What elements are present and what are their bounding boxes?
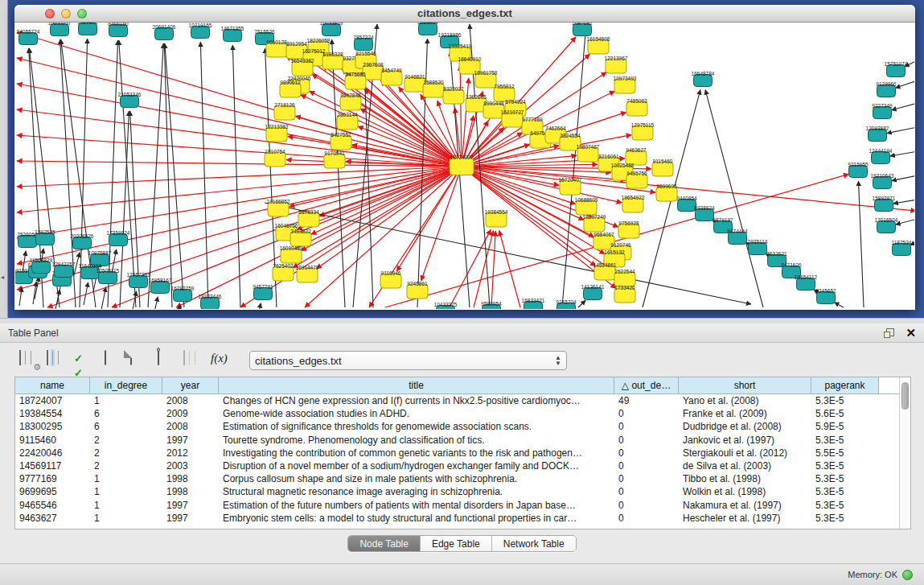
graph-edge[interactable]: [896, 219, 914, 225]
table-cell[interactable]: 9777169: [15, 472, 90, 485]
table-cell[interactable]: 18300295: [15, 420, 90, 433]
select-columns-icon[interactable]: ✓✓: [74, 351, 93, 370]
graph-node[interactable]: 10655257: [48, 23, 72, 36]
graph-node[interactable]: 10654112: [795, 274, 818, 290]
close-panel-icon[interactable]: ✕: [906, 327, 916, 339]
graph-edge[interactable]: [164, 43, 172, 307]
table-cell[interactable]: 1: [90, 499, 162, 512]
network-window-titlebar[interactable]: citations_edges.txt: [14, 5, 915, 23]
minimize-button[interactable]: [61, 9, 71, 19]
graph-node[interactable]: 8454749: [381, 68, 402, 86]
graph-node[interactable]: 16914479: [296, 265, 319, 283]
table-cell[interactable]: Estimation of the future numbers of pati…: [219, 499, 614, 512]
graph-node[interactable]: 9116946: [380, 270, 401, 289]
table-row[interactable]: 946362711997Embryonic stem cells: a mode…: [15, 512, 910, 525]
zoom-button[interactable]: [77, 9, 87, 19]
graph-edge[interactable]: [578, 300, 585, 307]
column-header-name[interactable]: name: [15, 377, 90, 393]
table-cell[interactable]: 2009: [162, 407, 219, 420]
graph-edge[interactable]: [858, 181, 864, 307]
graph-edge[interactable]: [165, 43, 184, 307]
graph-node[interactable]: 16543382: [291, 58, 314, 76]
table-cell[interactable]: Yano et al. (2008): [679, 394, 811, 407]
vertical-scrollbar[interactable]: [899, 377, 910, 529]
graph-node[interactable]: 16958167: [149, 278, 172, 294]
graph-node[interactable]: 1187534: [892, 240, 912, 256]
network-window[interactable]: citations_edges.txt 18724007240557241065…: [14, 5, 915, 310]
graph-edge[interactable]: [120, 111, 129, 307]
graph-node[interactable]: 5878334: [298, 209, 319, 228]
table-cell[interactable]: 0: [614, 420, 679, 433]
graph-node[interactable]: 2803144: [337, 112, 358, 130]
table-select-dropdown[interactable]: citations_edges.txt ▲▼: [249, 351, 567, 370]
graph-node[interactable]: 19654923: [622, 195, 645, 213]
table-cell[interactable]: Embryonic stem cells: a model to study s…: [219, 512, 614, 525]
table-cell[interactable]: Genome-wide association studies in ADHD.: [219, 407, 614, 420]
table-cell[interactable]: 18724007: [15, 394, 90, 407]
graph-node[interactable]: 9242848: [340, 93, 361, 111]
graph-node[interactable]: 17359924: [107, 230, 130, 246]
row-height-icon[interactable]: [101, 351, 121, 370]
graph-node[interactable]: 9457791: [253, 284, 273, 300]
table-cell[interactable]: 0: [614, 485, 679, 498]
table-cell[interactable]: 49: [614, 394, 679, 407]
graph-node[interactable]: 7485063: [626, 98, 647, 117]
graph-edge[interactable]: [892, 103, 914, 110]
graph-node[interactable]: 9756928: [618, 220, 639, 239]
table-cell[interactable]: 1: [90, 485, 162, 498]
table-cell[interactable]: 22420046: [15, 447, 90, 459]
table-cell[interactable]: Wolkin et al. (1998): [679, 485, 811, 498]
table-cell[interactable]: 9115460: [15, 434, 90, 447]
table-cell[interactable]: 5.3E-5: [811, 512, 878, 525]
graph-edge[interactable]: [705, 90, 763, 307]
graph-node[interactable]: 9245652: [815, 288, 836, 304]
graph-node[interactable]: 9129966: [876, 81, 897, 97]
graph-node[interactable]: 16782759: [171, 286, 195, 302]
table-cell[interactable]: 5.3E-5: [811, 434, 878, 447]
graph-node[interactable]: 9495756: [626, 171, 647, 189]
graph-node[interactable]: 9115460: [652, 159, 673, 177]
graph-node[interactable]: 2718126: [274, 102, 295, 121]
table-cell[interactable]: 5.3E-5: [811, 472, 878, 485]
graph-edge[interactable]: [835, 303, 844, 307]
graph-node[interactable]: 12942757: [52, 262, 76, 278]
graph-node[interactable]: 12093882: [866, 126, 889, 142]
table-row[interactable]: 1456911722003Disruption of a novel membe…: [15, 459, 910, 472]
table-cell[interactable]: 2003: [162, 459, 219, 472]
tab-node-table[interactable]: Node Table: [348, 536, 421, 551]
table-cell[interactable]: Dudbridge et al. (2008): [679, 420, 811, 433]
graph-node[interactable]: 16648784: [692, 71, 715, 87]
table-cell[interactable]: 0: [614, 499, 679, 512]
table-cell[interactable]: 9465546: [15, 499, 90, 512]
table-cell[interactable]: 2: [90, 434, 162, 447]
table-row[interactable]: 1872400712008Changes of HCN gene express…: [15, 394, 910, 407]
table-cell[interactable]: 1998: [162, 472, 219, 485]
import-table-icon[interactable]: [183, 351, 203, 370]
close-button[interactable]: [45, 9, 55, 19]
table-cell[interactable]: de Silva et al. (2003): [679, 459, 811, 472]
graph-edge[interactable]: [893, 200, 914, 204]
graph-edge[interactable]: [462, 146, 559, 167]
graph-node[interactable]: 1733426: [614, 285, 635, 303]
graph-node[interactable]: 21053346: [118, 92, 142, 108]
network-canvas[interactable]: 1872400724055724106552571527602846616020…: [15, 23, 914, 309]
table-cell[interactable]: 5.9E-5: [811, 420, 878, 433]
table-row[interactable]: 977716911998Corpus callosum shape and si…: [15, 472, 910, 485]
graph-node[interactable]: 8186328: [322, 51, 343, 70]
graph-node[interactable]: 8475685: [345, 72, 366, 90]
graph-edge[interactable]: [101, 287, 106, 309]
graph-edge[interactable]: [316, 167, 462, 269]
graph-node[interactable]: 17957253: [127, 272, 150, 288]
table-cell[interactable]: 2008: [162, 420, 219, 433]
memory-status-icon[interactable]: [902, 570, 913, 580]
graph-node[interactable]: 9890612: [280, 80, 301, 98]
table-cell[interactable]: 19384554: [15, 407, 90, 420]
graph-node[interactable]: 7625402: [273, 263, 294, 282]
column-header-title[interactable]: title: [219, 377, 614, 393]
graph-node[interactable]: 8938924: [694, 205, 715, 221]
table-cell[interactable]: Estimation of significance thresholds fo…: [219, 420, 614, 433]
table-cell[interactable]: 5.3E-5: [811, 459, 878, 472]
graph-node[interactable]: 9580954: [481, 301, 502, 309]
table-cell[interactable]: 0: [614, 447, 679, 459]
graph-edge[interactable]: [895, 80, 914, 88]
